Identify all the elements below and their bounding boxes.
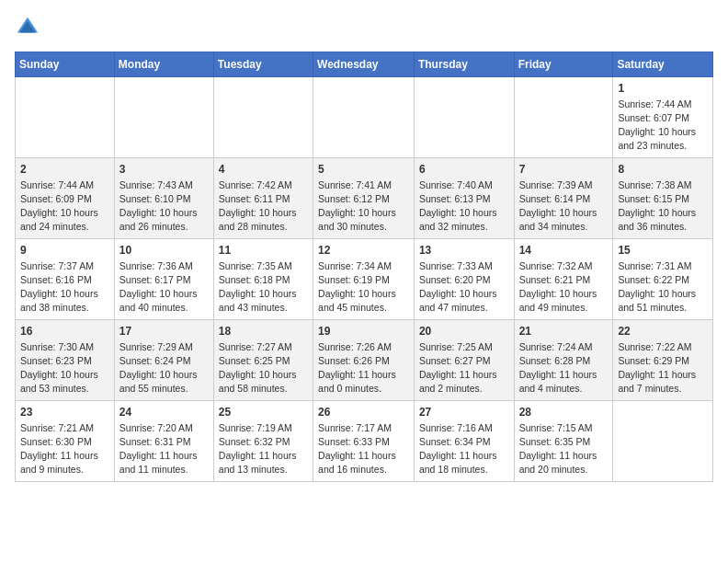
day-cell: 23Sunrise: 7:21 AM Sunset: 6:30 PM Dayli… xyxy=(16,401,115,482)
day-cell: 26Sunrise: 7:17 AM Sunset: 6:33 PM Dayli… xyxy=(313,401,415,482)
day-header-thursday: Thursday xyxy=(414,52,514,77)
day-info: Sunrise: 7:29 AM Sunset: 6:24 PM Dayligh… xyxy=(119,341,198,394)
days-header-row: SundayMondayTuesdayWednesdayThursdayFrid… xyxy=(16,52,713,77)
day-cell: 6Sunrise: 7:40 AM Sunset: 6:13 PM Daylig… xyxy=(414,158,514,239)
day-cell: 1Sunrise: 7:44 AM Sunset: 6:07 PM Daylig… xyxy=(613,77,713,158)
day-cell: 24Sunrise: 7:20 AM Sunset: 6:31 PM Dayli… xyxy=(114,401,213,482)
day-cell: 17Sunrise: 7:29 AM Sunset: 6:24 PM Dayli… xyxy=(114,320,213,401)
day-info: Sunrise: 7:31 AM Sunset: 6:22 PM Dayligh… xyxy=(618,260,696,313)
day-number: 3 xyxy=(119,162,209,177)
day-number: 23 xyxy=(20,405,109,419)
day-info: Sunrise: 7:41 AM Sunset: 6:12 PM Dayligh… xyxy=(318,179,396,232)
day-info: Sunrise: 7:38 AM Sunset: 6:15 PM Dayligh… xyxy=(618,179,696,232)
day-number: 26 xyxy=(318,405,409,419)
day-info: Sunrise: 7:33 AM Sunset: 6:20 PM Dayligh… xyxy=(419,260,497,313)
day-cell: 21Sunrise: 7:24 AM Sunset: 6:28 PM Dayli… xyxy=(514,320,613,401)
day-number: 10 xyxy=(119,243,209,258)
day-info: Sunrise: 7:27 AM Sunset: 6:25 PM Dayligh… xyxy=(219,341,297,394)
day-number: 12 xyxy=(318,243,409,258)
day-cell: 11Sunrise: 7:35 AM Sunset: 6:18 PM Dayli… xyxy=(213,239,313,320)
day-info: Sunrise: 7:20 AM Sunset: 6:31 PM Dayligh… xyxy=(119,422,198,475)
day-info: Sunrise: 7:44 AM Sunset: 6:09 PM Dayligh… xyxy=(20,179,98,232)
logo xyxy=(15,15,44,40)
day-header-monday: Monday xyxy=(114,52,213,77)
day-header-sunday: Sunday xyxy=(16,52,115,77)
day-cell: 28Sunrise: 7:15 AM Sunset: 6:35 PM Dayli… xyxy=(514,401,613,482)
day-number: 6 xyxy=(419,162,509,177)
day-cell: 12Sunrise: 7:34 AM Sunset: 6:19 PM Dayli… xyxy=(313,239,415,320)
day-number: 22 xyxy=(618,324,708,339)
day-header-wednesday: Wednesday xyxy=(313,52,415,77)
day-number: 8 xyxy=(618,162,708,177)
calendar-table: SundayMondayTuesdayWednesdayThursdayFrid… xyxy=(15,52,713,482)
day-cell xyxy=(514,77,613,158)
day-number: 9 xyxy=(20,243,109,258)
day-header-friday: Friday xyxy=(514,52,613,77)
day-cell: 16Sunrise: 7:30 AM Sunset: 6:23 PM Dayli… xyxy=(16,320,115,401)
week-row-2: 2Sunrise: 7:44 AM Sunset: 6:09 PM Daylig… xyxy=(16,158,713,239)
day-cell: 9Sunrise: 7:37 AM Sunset: 6:16 PM Daylig… xyxy=(16,239,115,320)
day-header-saturday: Saturday xyxy=(613,52,713,77)
day-info: Sunrise: 7:19 AM Sunset: 6:32 PM Dayligh… xyxy=(219,422,297,475)
day-number: 25 xyxy=(219,405,308,419)
day-number: 20 xyxy=(419,324,509,339)
day-number: 16 xyxy=(20,324,109,339)
day-number: 7 xyxy=(519,162,609,177)
week-row-4: 16Sunrise: 7:30 AM Sunset: 6:23 PM Dayli… xyxy=(16,320,713,401)
day-info: Sunrise: 7:36 AM Sunset: 6:17 PM Dayligh… xyxy=(119,260,198,313)
day-info: Sunrise: 7:44 AM Sunset: 6:07 PM Dayligh… xyxy=(618,98,696,151)
day-number: 13 xyxy=(419,243,509,258)
day-number: 24 xyxy=(119,405,209,419)
day-info: Sunrise: 7:37 AM Sunset: 6:16 PM Dayligh… xyxy=(20,260,98,313)
day-info: Sunrise: 7:22 AM Sunset: 6:29 PM Dayligh… xyxy=(618,341,696,394)
day-number: 1 xyxy=(618,81,708,96)
week-row-5: 23Sunrise: 7:21 AM Sunset: 6:30 PM Dayli… xyxy=(16,401,713,482)
day-info: Sunrise: 7:21 AM Sunset: 6:30 PM Dayligh… xyxy=(20,422,98,475)
day-info: Sunrise: 7:24 AM Sunset: 6:28 PM Dayligh… xyxy=(519,341,597,394)
day-cell: 27Sunrise: 7:16 AM Sunset: 6:34 PM Dayli… xyxy=(414,401,514,482)
day-info: Sunrise: 7:16 AM Sunset: 6:34 PM Dayligh… xyxy=(419,422,497,475)
day-cell: 25Sunrise: 7:19 AM Sunset: 6:32 PM Dayli… xyxy=(213,401,313,482)
day-number: 19 xyxy=(318,324,409,339)
day-number: 27 xyxy=(419,405,509,419)
day-cell xyxy=(613,401,713,482)
day-info: Sunrise: 7:32 AM Sunset: 6:21 PM Dayligh… xyxy=(519,260,597,313)
day-info: Sunrise: 7:40 AM Sunset: 6:13 PM Dayligh… xyxy=(419,179,497,232)
day-cell: 10Sunrise: 7:36 AM Sunset: 6:17 PM Dayli… xyxy=(114,239,213,320)
day-cell xyxy=(114,77,213,158)
day-number: 17 xyxy=(119,324,209,339)
day-info: Sunrise: 7:25 AM Sunset: 6:27 PM Dayligh… xyxy=(419,341,497,394)
day-header-tuesday: Tuesday xyxy=(213,52,313,77)
day-info: Sunrise: 7:15 AM Sunset: 6:35 PM Dayligh… xyxy=(519,422,597,475)
day-info: Sunrise: 7:43 AM Sunset: 6:10 PM Dayligh… xyxy=(119,179,198,232)
day-number: 5 xyxy=(318,162,409,177)
day-cell: 13Sunrise: 7:33 AM Sunset: 6:20 PM Dayli… xyxy=(414,239,514,320)
day-cell: 20Sunrise: 7:25 AM Sunset: 6:27 PM Dayli… xyxy=(414,320,514,401)
day-number: 14 xyxy=(519,243,609,258)
day-number: 18 xyxy=(219,324,308,339)
calendar-header xyxy=(15,15,713,40)
day-cell: 5Sunrise: 7:41 AM Sunset: 6:12 PM Daylig… xyxy=(313,158,415,239)
day-info: Sunrise: 7:42 AM Sunset: 6:11 PM Dayligh… xyxy=(219,179,297,232)
day-cell: 4Sunrise: 7:42 AM Sunset: 6:11 PM Daylig… xyxy=(213,158,313,239)
day-number: 11 xyxy=(219,243,308,258)
day-cell: 22Sunrise: 7:22 AM Sunset: 6:29 PM Dayli… xyxy=(613,320,713,401)
day-number: 15 xyxy=(618,243,708,258)
day-cell xyxy=(313,77,415,158)
day-cell: 19Sunrise: 7:26 AM Sunset: 6:26 PM Dayli… xyxy=(313,320,415,401)
day-cell: 3Sunrise: 7:43 AM Sunset: 6:10 PM Daylig… xyxy=(114,158,213,239)
day-info: Sunrise: 7:26 AM Sunset: 6:26 PM Dayligh… xyxy=(318,341,396,394)
day-info: Sunrise: 7:34 AM Sunset: 6:19 PM Dayligh… xyxy=(318,260,396,313)
day-cell: 2Sunrise: 7:44 AM Sunset: 6:09 PM Daylig… xyxy=(16,158,115,239)
day-info: Sunrise: 7:17 AM Sunset: 6:33 PM Dayligh… xyxy=(318,422,396,475)
week-row-1: 1Sunrise: 7:44 AM Sunset: 6:07 PM Daylig… xyxy=(16,77,713,158)
day-info: Sunrise: 7:30 AM Sunset: 6:23 PM Dayligh… xyxy=(20,341,98,394)
day-cell: 15Sunrise: 7:31 AM Sunset: 6:22 PM Dayli… xyxy=(613,239,713,320)
day-number: 28 xyxy=(519,405,609,419)
day-info: Sunrise: 7:35 AM Sunset: 6:18 PM Dayligh… xyxy=(219,260,297,313)
day-number: 2 xyxy=(20,162,109,177)
day-cell: 14Sunrise: 7:32 AM Sunset: 6:21 PM Dayli… xyxy=(514,239,613,320)
day-cell: 7Sunrise: 7:39 AM Sunset: 6:14 PM Daylig… xyxy=(514,158,613,239)
day-cell: 8Sunrise: 7:38 AM Sunset: 6:15 PM Daylig… xyxy=(613,158,713,239)
day-cell xyxy=(213,77,313,158)
